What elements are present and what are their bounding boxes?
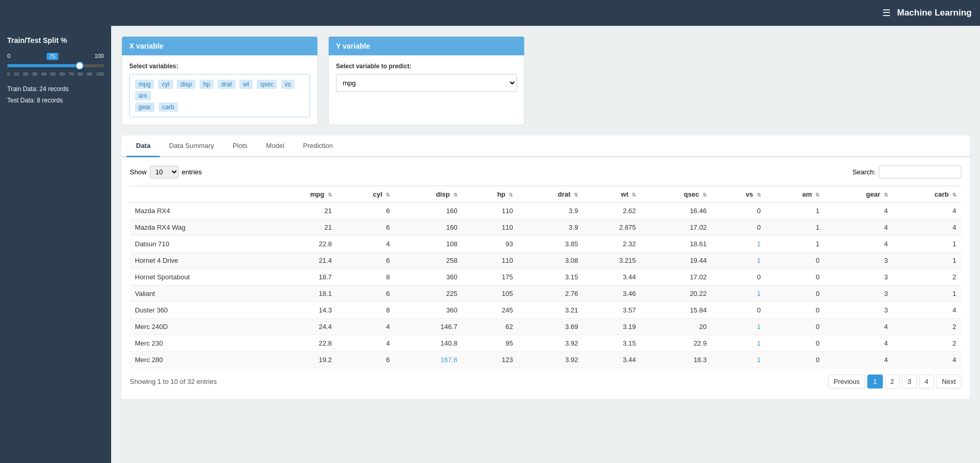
cell-disp: 360 [395, 269, 463, 286]
col-hp[interactable]: hp ⇅ [463, 186, 518, 203]
next-button[interactable]: Next [936, 375, 961, 389]
tag-qsec[interactable]: qsec [257, 80, 277, 89]
table-row: Hornet 4 Drive21.462581103.083.21519.441… [130, 252, 961, 269]
cell-gear: 4 [824, 319, 893, 335]
content-area: X variable Select variables: mpg cyl dis… [111, 26, 980, 463]
cell-drat: 3.85 [518, 236, 583, 252]
entries-label: entries [182, 168, 202, 176]
col-name[interactable] [130, 186, 269, 203]
cell-disp: 360 [395, 302, 463, 319]
col-qsec[interactable]: qsec ⇅ [641, 186, 712, 203]
cell-disp: 258 [395, 252, 463, 269]
x-variable-card: X variable Select variables: mpg cyl dis… [121, 36, 318, 125]
cell-vs: 1 [712, 352, 766, 368]
page-3-button[interactable]: 3 [902, 375, 917, 389]
col-drat[interactable]: drat ⇅ [518, 186, 583, 203]
cell-am: 0 [766, 252, 825, 269]
cell-am: 1 [766, 203, 825, 219]
show-entries: Show 10 25 50 100 entries [130, 166, 202, 178]
tag-wt[interactable]: wt [239, 80, 253, 89]
cell-hp: 110 [463, 219, 518, 236]
tab-plots[interactable]: Plots [223, 136, 257, 157]
tab-data-summary[interactable]: Data Summary [160, 136, 223, 157]
col-mpg[interactable]: mpg ⇅ [269, 186, 337, 203]
cell-am: 0 [766, 319, 825, 335]
app-title: Machine Learning [897, 8, 972, 18]
cell-disp: 167.6 [395, 352, 463, 368]
col-carb[interactable]: carb ⇅ [893, 186, 961, 203]
cell-drat: 3.9 [518, 203, 583, 219]
tag-vs[interactable]: vs [281, 80, 295, 89]
cell-disp: 108 [395, 236, 463, 252]
slider-ticks: 0102030405060708090100 [7, 71, 104, 77]
tag-disp[interactable]: disp [177, 80, 195, 89]
showing-text: Showing 1 to 10 of 32 entries [130, 378, 217, 385]
tag-drat[interactable]: drat [218, 80, 236, 89]
cell-hp: 93 [463, 236, 518, 252]
y-variable-card: Y variable Select variable to predict: m… [328, 36, 525, 125]
cell-cyl: 4 [337, 236, 395, 252]
slider-min: 0 [7, 53, 10, 60]
col-vs[interactable]: vs ⇅ [712, 186, 766, 203]
cell-disp: 225 [395, 286, 463, 302]
tab-model[interactable]: Model [257, 136, 294, 157]
tag-cyl[interactable]: cyl [158, 80, 173, 89]
table-row: Mazda RX42161601103.92.6216.460144 [130, 203, 961, 219]
cell-drat: 3.21 [518, 302, 583, 319]
cell-wt: 3.44 [583, 352, 641, 368]
cell-cyl: 8 [337, 302, 395, 319]
y-variable-select[interactable]: mpg cyl disp hp drat wt qsec vs am gear … [336, 74, 517, 92]
tag-hp[interactable]: hp [200, 80, 213, 89]
col-gear[interactable]: gear ⇅ [824, 186, 893, 203]
tag-mpg[interactable]: mpg [135, 80, 154, 89]
col-wt[interactable]: wt ⇅ [583, 186, 641, 203]
x-variable-tags-box[interactable]: mpg cyl disp hp drat wt qsec vs am gear … [129, 74, 310, 117]
cell-hp: 123 [463, 352, 518, 368]
page-4-button[interactable]: 4 [919, 375, 934, 389]
tab-data[interactable]: Data [127, 136, 160, 157]
table-controls: Show 10 25 50 100 entries Search: [130, 166, 961, 178]
previous-button[interactable]: Previous [828, 375, 866, 389]
cell-mpg: 24.4 [269, 319, 337, 335]
train-data-label: Train Data: 24 records [7, 84, 104, 95]
col-am[interactable]: am ⇅ [766, 186, 825, 203]
search-box: Search: [852, 166, 961, 178]
cell-am: 0 [766, 335, 825, 352]
cell-mpg: 21 [269, 219, 337, 236]
cell-mpg: 22.8 [269, 236, 337, 252]
cell-am: 0 [766, 286, 825, 302]
entries-select[interactable]: 10 25 50 100 [150, 166, 179, 178]
cell-mpg: 14.3 [269, 302, 337, 319]
col-cyl[interactable]: cyl ⇅ [337, 186, 395, 203]
data-table: mpg ⇅ cyl ⇅ disp ⇅ hp ⇅ drat ⇅ wt ⇅ qsec… [130, 186, 961, 368]
cell-cyl: 8 [337, 269, 395, 286]
cell-name: Hornet Sportabout [130, 269, 269, 286]
variable-cards: X variable Select variables: mpg cyl dis… [121, 36, 970, 125]
page-1-button[interactable]: 1 [867, 375, 882, 389]
tag-am[interactable]: am [135, 91, 151, 100]
cell-qsec: 16.46 [641, 203, 712, 219]
cell-carb: 4 [893, 219, 961, 236]
pagination-buttons: Previous 1 2 3 4 Next [828, 375, 961, 389]
tag-gear[interactable]: gear [135, 102, 155, 112]
table-row: Mazda RX4 Wag2161601103.92.87517.020144 [130, 219, 961, 236]
cell-hp: 105 [463, 286, 518, 302]
search-input[interactable] [879, 166, 961, 178]
table-row: Merc 28019.26167.61233.923.4418.31044 [130, 352, 961, 368]
slider-thumb[interactable] [75, 62, 84, 70]
col-disp[interactable]: disp ⇅ [395, 186, 463, 203]
cell-qsec: 18.61 [641, 236, 712, 252]
tag-carb[interactable]: carb [159, 102, 178, 112]
cell-drat: 3.92 [518, 352, 583, 368]
page-2-button[interactable]: 2 [885, 375, 900, 389]
tab-prediction[interactable]: Prediction [294, 136, 342, 157]
search-label: Search: [852, 168, 876, 176]
cell-vs: 1 [712, 236, 766, 252]
cell-carb: 4 [893, 203, 961, 219]
sidebar-title: Train/Test Split % [7, 36, 104, 44]
cell-carb: 1 [893, 286, 961, 302]
cell-drat: 3.92 [518, 335, 583, 352]
hamburger-icon[interactable]: ☰ [882, 7, 891, 19]
cell-hp: 245 [463, 302, 518, 319]
cell-cyl: 6 [337, 219, 395, 236]
